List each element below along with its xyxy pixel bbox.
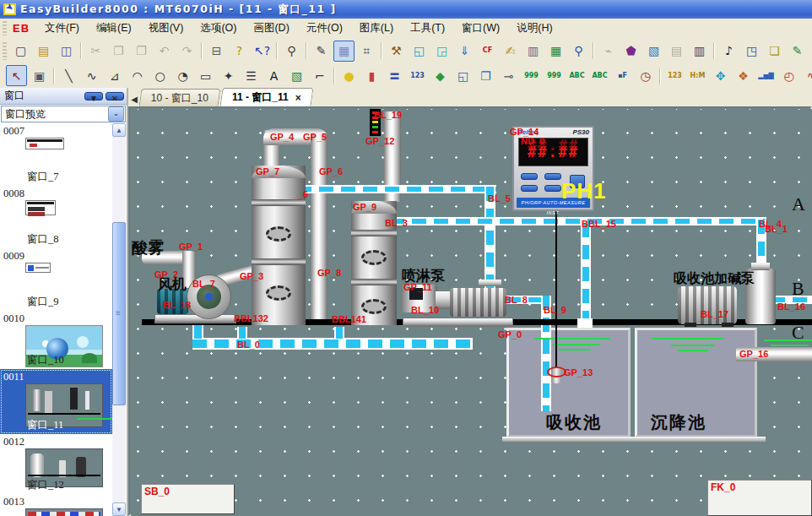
scrubber-tower-1[interactable] bbox=[252, 166, 306, 325]
gp16-pipe[interactable] bbox=[736, 347, 812, 361]
rectangle-icon[interactable]: ▭ bbox=[195, 65, 216, 86]
polyline-icon[interactable]: ⊿ bbox=[104, 65, 125, 86]
object-properties-icon[interactable]: ▣ bbox=[29, 65, 50, 86]
scroll-up-icon[interactable]: ▲ bbox=[112, 123, 126, 137]
sb0-databox[interactable]: SB_0 bbox=[141, 484, 235, 514]
fan-motor[interactable] bbox=[157, 289, 188, 314]
context-help-icon[interactable]: ↖? bbox=[252, 41, 273, 62]
function-button-icon[interactable]: ▪F bbox=[612, 65, 633, 86]
word-lamp-icon[interactable]: ▮ bbox=[361, 65, 382, 86]
screen-jump-icon[interactable]: ◱ bbox=[452, 65, 474, 86]
menu-item-7[interactable]: 图库(L) bbox=[351, 19, 402, 37]
label-gp-2[interactable]: GP_2 bbox=[154, 269, 178, 280]
library-icon[interactable]: ▥ bbox=[689, 41, 710, 62]
menu-item-5[interactable]: 画图(D) bbox=[245, 19, 297, 37]
arch-pipe-right-leg[interactable] bbox=[311, 134, 328, 321]
label-library-icon[interactable]: ❏ bbox=[764, 41, 785, 62]
ph-meter-device[interactable]: Deltec PS30 ##.## PH/ORP AUTO-MEASURE IN… bbox=[512, 126, 594, 211]
cut-icon[interactable]: ✂ bbox=[85, 41, 106, 62]
stack-led-indicator[interactable] bbox=[370, 109, 381, 136]
menu-item-4[interactable]: 选项(O) bbox=[192, 19, 245, 37]
download-icon[interactable]: ⇓ bbox=[454, 41, 475, 62]
numeric-bar-icon[interactable]: 123 bbox=[664, 65, 685, 86]
com-port-icon[interactable]: ⌁ bbox=[598, 41, 619, 62]
menu-item-8[interactable]: 工具(T) bbox=[402, 19, 453, 37]
label-penlinbeng[interactable]: 喷淋泵 bbox=[402, 266, 445, 285]
pipe-tower2-drain[interactable] bbox=[334, 327, 344, 339]
offline-simulate-icon[interactable]: ◲ bbox=[431, 41, 452, 62]
system-settings-icon[interactable]: ◳ bbox=[741, 41, 762, 62]
picture-manager-icon[interactable]: ▧ bbox=[643, 41, 664, 62]
menu-item-3[interactable]: 视图(V) bbox=[140, 19, 192, 37]
animation-icon[interactable]: ❖ bbox=[733, 65, 754, 86]
meter-display-icon[interactable]: ◴ bbox=[778, 65, 799, 86]
pipe-bl-p1[interactable] bbox=[297, 185, 496, 193]
window-panel-header[interactable]: 窗口 ▼ ✕ bbox=[0, 88, 127, 105]
spray-pump-base[interactable] bbox=[403, 318, 513, 327]
find-icon[interactable]: ⚲ bbox=[281, 41, 302, 62]
pipe-bl-15-drop[interactable] bbox=[581, 223, 591, 324]
window-item-0012[interactable]: 0012窗口_12 bbox=[0, 434, 112, 494]
memo-icon[interactable]: ✎ bbox=[787, 41, 808, 62]
print-icon[interactable]: ⊟ bbox=[206, 41, 227, 62]
tab-window-1[interactable]: 10 - 窗口_10 bbox=[139, 89, 221, 106]
save-icon[interactable]: ◫ bbox=[56, 41, 77, 62]
address-viewer-icon[interactable]: ⚲ bbox=[568, 41, 589, 62]
indirect-window-icon[interactable]: ❐ bbox=[475, 65, 496, 86]
ascii-display-icon[interactable]: ABC bbox=[566, 65, 587, 86]
trend-display-icon[interactable]: ∿ bbox=[801, 65, 812, 86]
shape-manager-icon[interactable]: ▤ bbox=[666, 41, 687, 62]
tab-window-2[interactable]: 11 - 窗口_11× bbox=[220, 88, 314, 106]
ascii-input-icon[interactable]: ABC bbox=[589, 65, 610, 86]
bezier-icon[interactable]: ∿ bbox=[81, 65, 102, 86]
scrubber-tower-2[interactable] bbox=[351, 201, 397, 325]
label-row-a[interactable]: A bbox=[792, 193, 805, 215]
scale-icon[interactable]: ☰ bbox=[241, 65, 262, 86]
window-preview-combobox[interactable]: 窗口预览 ⌄ bbox=[1, 106, 126, 122]
undo-icon[interactable]: ↶ bbox=[154, 41, 175, 62]
sound-library-icon[interactable]: ♪ bbox=[718, 41, 739, 62]
panel-collapse-icon[interactable]: ▼ bbox=[84, 92, 103, 100]
new-file-icon[interactable]: ▢ bbox=[10, 41, 31, 62]
pipe-bl-3[interactable] bbox=[390, 217, 766, 225]
recipe-table-icon[interactable]: ▦ bbox=[545, 41, 566, 62]
move-shape-icon[interactable]: ✥ bbox=[710, 65, 731, 86]
bar-graph-icon[interactable]: ▂▅▇ bbox=[755, 65, 777, 86]
set-word-icon[interactable]: 123 bbox=[407, 65, 428, 86]
title-bar[interactable]: EasyBuilder8000 : MT6070iH - [11 - 窗口_11… bbox=[0, 0, 812, 19]
pipe-bl-8[interactable] bbox=[506, 296, 545, 304]
function-key-icon[interactable]: ◆ bbox=[430, 65, 451, 86]
csv-doc-icon[interactable]: ▥ bbox=[522, 41, 544, 62]
toolbar-grip[interactable] bbox=[3, 42, 7, 60]
label-xishouchi-jiajianbeng[interactable]: 吸收池加碱泵 bbox=[674, 270, 755, 288]
polygon-icon[interactable]: ✦ bbox=[218, 65, 239, 86]
window-item-0009[interactable]: 0009窗口_9 bbox=[0, 248, 112, 311]
project-pack-icon[interactable]: ⬟ bbox=[620, 41, 641, 62]
grid-icon[interactable]: ▦ bbox=[333, 41, 355, 62]
line-icon[interactable]: ╲ bbox=[58, 65, 79, 86]
online-simulate-icon[interactable]: ◱ bbox=[409, 41, 430, 62]
pipe-bl-16[interactable] bbox=[771, 296, 812, 304]
numeric-input-icon[interactable]: 999 bbox=[544, 65, 565, 86]
menu-item-10[interactable]: 说明(H) bbox=[508, 19, 560, 37]
label-bl-1[interactable]: BL_1 bbox=[765, 224, 788, 234]
spray-pump-motor[interactable] bbox=[450, 288, 506, 317]
window-item-0010[interactable]: 0010窗口_10 bbox=[0, 311, 112, 369]
fan-base[interactable] bbox=[154, 314, 236, 323]
design-canvas[interactable]: Deltec PS30 ##.## PH/ORP AUTO-MEASURE IN… bbox=[131, 109, 812, 516]
cf-card-icon[interactable]: CF bbox=[477, 41, 498, 62]
corner-icon[interactable]: ⌐ bbox=[309, 65, 330, 86]
macro-editor-icon[interactable]: ✍ bbox=[500, 41, 521, 62]
window-item-0007[interactable]: 0007窗口_7 bbox=[0, 123, 112, 186]
alkali-pump-head[interactable] bbox=[745, 269, 776, 324]
ph-probe-cable[interactable] bbox=[555, 211, 557, 372]
key-object-icon[interactable]: ⊸ bbox=[498, 65, 519, 86]
text-icon[interactable]: A bbox=[263, 65, 284, 86]
set-bit-icon[interactable]: 〓 bbox=[384, 65, 405, 86]
paste-icon[interactable]: ❒ bbox=[131, 41, 152, 62]
pen-icon[interactable]: ✎ bbox=[311, 41, 332, 62]
pipe-bl-0[interactable] bbox=[192, 338, 473, 350]
fk0-databox[interactable]: FK_0 bbox=[707, 480, 812, 516]
scrollbar-thumb[interactable] bbox=[112, 222, 126, 405]
scroll-down-icon[interactable]: ▼ bbox=[112, 502, 126, 516]
